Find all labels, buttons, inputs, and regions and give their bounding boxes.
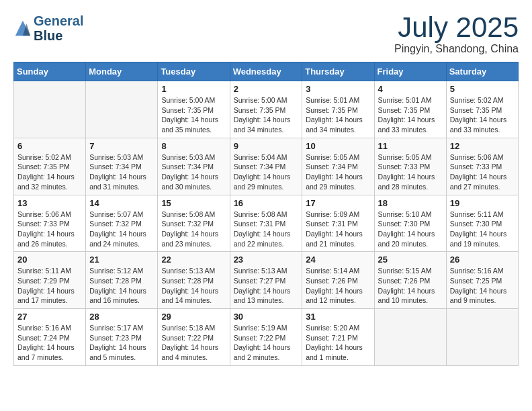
calendar-cell: 24Sunrise: 5:14 AMSunset: 7:26 PMDayligh… <box>302 252 374 309</box>
calendar-cell: 26Sunrise: 5:16 AMSunset: 7:25 PMDayligh… <box>446 252 518 309</box>
calendar-cell: 28Sunrise: 5:17 AMSunset: 7:23 PMDayligh… <box>86 309 158 366</box>
day-info: Sunrise: 5:02 AMSunset: 7:35 PMDaylight:… <box>17 152 82 192</box>
day-info: Sunrise: 5:02 AMSunset: 7:35 PMDaylight:… <box>450 95 515 135</box>
calendar-cell: 11Sunrise: 5:05 AMSunset: 7:33 PMDayligh… <box>374 138 446 195</box>
day-info: Sunrise: 5:19 AMSunset: 7:22 PMDaylight:… <box>234 323 299 363</box>
day-number: 2 <box>234 84 299 94</box>
day-info: Sunrise: 5:05 AMSunset: 7:33 PMDaylight:… <box>378 152 443 192</box>
day-number: 30 <box>234 312 299 322</box>
day-number: 3 <box>306 84 370 94</box>
day-number: 11 <box>378 141 443 151</box>
weekday-header-wednesday: Wednesday <box>230 62 302 81</box>
day-number: 14 <box>89 198 154 208</box>
day-number: 5 <box>450 84 515 94</box>
day-number: 16 <box>234 198 299 208</box>
calendar-cell: 1Sunrise: 5:00 AMSunset: 7:35 PMDaylight… <box>158 81 230 138</box>
day-number: 26 <box>450 255 515 265</box>
day-info: Sunrise: 5:00 AMSunset: 7:35 PMDaylight:… <box>161 95 226 135</box>
day-number: 9 <box>234 141 299 151</box>
day-number: 22 <box>161 255 226 265</box>
weekday-header-saturday: Saturday <box>446 62 518 81</box>
day-info: Sunrise: 5:14 AMSunset: 7:26 PMDaylight:… <box>306 266 370 306</box>
day-info: Sunrise: 5:05 AMSunset: 7:34 PMDaylight:… <box>306 152 370 192</box>
day-number: 21 <box>89 255 154 265</box>
day-number: 27 <box>17 312 82 322</box>
calendar-cell <box>14 81 86 138</box>
day-number: 25 <box>378 255 443 265</box>
day-number: 24 <box>306 255 370 265</box>
day-info: Sunrise: 5:07 AMSunset: 7:32 PMDaylight:… <box>89 210 154 249</box>
calendar-cell: 6Sunrise: 5:02 AMSunset: 7:35 PMDaylight… <box>14 138 86 195</box>
day-number: 17 <box>306 198 370 208</box>
calendar-header-row: SundayMondayTuesdayWednesdayThursdayFrid… <box>14 62 519 81</box>
location-subtitle: Pingyin, Shandong, China <box>394 43 519 55</box>
day-number: 31 <box>306 312 370 322</box>
day-info: Sunrise: 5:16 AMSunset: 7:25 PMDaylight:… <box>450 266 515 306</box>
calendar-cell: 14Sunrise: 5:07 AMSunset: 7:32 PMDayligh… <box>86 195 158 252</box>
calendar-week-1: 1Sunrise: 5:00 AMSunset: 7:35 PMDaylight… <box>14 81 519 138</box>
day-number: 28 <box>89 312 154 322</box>
day-info: Sunrise: 5:00 AMSunset: 7:35 PMDaylight:… <box>234 95 299 135</box>
weekday-header-friday: Friday <box>374 62 446 81</box>
weekday-header-tuesday: Tuesday <box>158 62 230 81</box>
calendar-cell: 20Sunrise: 5:11 AMSunset: 7:29 PMDayligh… <box>14 252 86 309</box>
calendar-cell: 18Sunrise: 5:10 AMSunset: 7:30 PMDayligh… <box>374 195 446 252</box>
calendar-cell: 17Sunrise: 5:09 AMSunset: 7:31 PMDayligh… <box>302 195 374 252</box>
day-info: Sunrise: 5:13 AMSunset: 7:28 PMDaylight:… <box>161 266 226 306</box>
calendar-cell: 16Sunrise: 5:08 AMSunset: 7:31 PMDayligh… <box>230 195 302 252</box>
calendar-cell: 8Sunrise: 5:03 AMSunset: 7:34 PMDaylight… <box>158 138 230 195</box>
weekday-header-monday: Monday <box>86 62 158 81</box>
logo-line1: General <box>34 13 83 28</box>
day-info: Sunrise: 5:12 AMSunset: 7:28 PMDaylight:… <box>89 266 154 306</box>
logo: General Blue <box>13 13 83 43</box>
day-info: Sunrise: 5:18 AMSunset: 7:22 PMDaylight:… <box>161 323 226 363</box>
calendar-cell: 15Sunrise: 5:08 AMSunset: 7:32 PMDayligh… <box>158 195 230 252</box>
day-info: Sunrise: 5:13 AMSunset: 7:27 PMDaylight:… <box>234 266 299 306</box>
day-number: 15 <box>161 198 226 208</box>
day-info: Sunrise: 5:01 AMSunset: 7:35 PMDaylight:… <box>378 95 443 135</box>
weekday-header-thursday: Thursday <box>302 62 374 81</box>
day-number: 1 <box>161 84 226 94</box>
logo-line2: Blue <box>34 28 83 43</box>
day-info: Sunrise: 5:08 AMSunset: 7:32 PMDaylight:… <box>161 210 226 249</box>
calendar-cell: 25Sunrise: 5:15 AMSunset: 7:26 PMDayligh… <box>374 252 446 309</box>
logo-icon <box>13 19 32 38</box>
calendar-cell: 29Sunrise: 5:18 AMSunset: 7:22 PMDayligh… <box>158 309 230 366</box>
day-info: Sunrise: 5:09 AMSunset: 7:31 PMDaylight:… <box>306 210 370 249</box>
calendar-cell: 5Sunrise: 5:02 AMSunset: 7:35 PMDaylight… <box>446 81 518 138</box>
day-number: 10 <box>306 141 370 151</box>
day-info: Sunrise: 5:01 AMSunset: 7:35 PMDaylight:… <box>306 95 370 135</box>
day-info: Sunrise: 5:17 AMSunset: 7:23 PMDaylight:… <box>89 323 154 363</box>
weekday-header-sunday: Sunday <box>14 62 86 81</box>
calendar-week-2: 6Sunrise: 5:02 AMSunset: 7:35 PMDaylight… <box>14 138 519 195</box>
calendar-body: 1Sunrise: 5:00 AMSunset: 7:35 PMDaylight… <box>14 81 519 366</box>
calendar-cell: 7Sunrise: 5:03 AMSunset: 7:34 PMDaylight… <box>86 138 158 195</box>
day-info: Sunrise: 5:11 AMSunset: 7:29 PMDaylight:… <box>17 266 82 306</box>
day-info: Sunrise: 5:06 AMSunset: 7:33 PMDaylight:… <box>17 210 82 249</box>
day-number: 13 <box>17 198 82 208</box>
calendar-cell: 22Sunrise: 5:13 AMSunset: 7:28 PMDayligh… <box>158 252 230 309</box>
day-info: Sunrise: 5:03 AMSunset: 7:34 PMDaylight:… <box>161 152 226 192</box>
calendar-cell: 10Sunrise: 5:05 AMSunset: 7:34 PMDayligh… <box>302 138 374 195</box>
calendar-cell: 9Sunrise: 5:04 AMSunset: 7:34 PMDaylight… <box>230 138 302 195</box>
calendar-cell: 4Sunrise: 5:01 AMSunset: 7:35 PMDaylight… <box>374 81 446 138</box>
day-info: Sunrise: 5:08 AMSunset: 7:31 PMDaylight:… <box>234 210 299 249</box>
day-number: 19 <box>450 198 515 208</box>
title-block: July 2025 Pingyin, Shandong, China <box>394 13 519 55</box>
day-number: 12 <box>450 141 515 151</box>
day-info: Sunrise: 5:15 AMSunset: 7:26 PMDaylight:… <box>378 266 443 306</box>
calendar-week-4: 20Sunrise: 5:11 AMSunset: 7:29 PMDayligh… <box>14 252 519 309</box>
page-header: General Blue July 2025 Pingyin, Shandong… <box>13 13 519 55</box>
day-number: 18 <box>378 198 443 208</box>
day-number: 4 <box>378 84 443 94</box>
day-info: Sunrise: 5:06 AMSunset: 7:33 PMDaylight:… <box>450 152 515 192</box>
calendar-cell: 21Sunrise: 5:12 AMSunset: 7:28 PMDayligh… <box>86 252 158 309</box>
day-info: Sunrise: 5:16 AMSunset: 7:24 PMDaylight:… <box>17 323 82 363</box>
calendar-cell <box>374 309 446 366</box>
day-info: Sunrise: 5:03 AMSunset: 7:34 PMDaylight:… <box>89 152 154 192</box>
calendar-cell <box>446 309 518 366</box>
calendar-table: SundayMondayTuesdayWednesdayThursdayFrid… <box>13 62 519 366</box>
calendar-cell: 19Sunrise: 5:11 AMSunset: 7:30 PMDayligh… <box>446 195 518 252</box>
calendar-week-3: 13Sunrise: 5:06 AMSunset: 7:33 PMDayligh… <box>14 195 519 252</box>
day-number: 6 <box>17 141 82 151</box>
